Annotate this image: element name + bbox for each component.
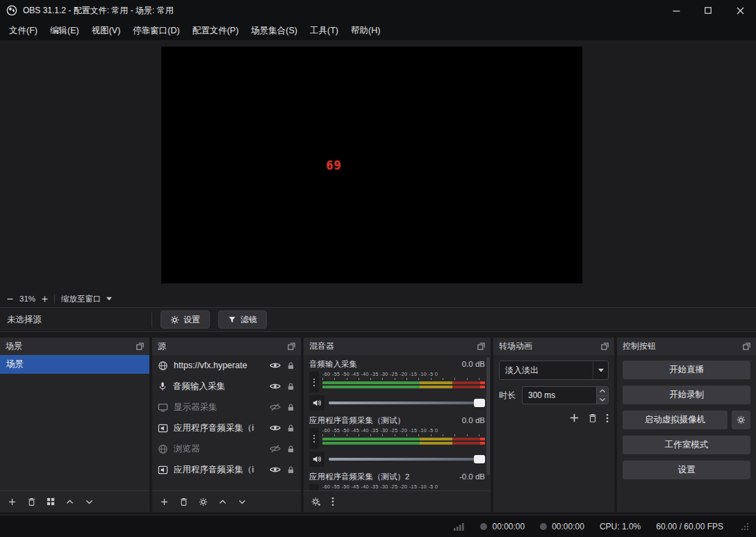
volume-slider[interactable] xyxy=(329,395,485,411)
move-scene-up-button[interactable] xyxy=(65,497,74,506)
source-row[interactable]: 应用程序音频采集（i xyxy=(152,418,301,438)
menu-edit[interactable]: 编辑(E) xyxy=(44,22,85,40)
sources-dock-header[interactable]: 源 xyxy=(152,338,301,355)
grid-mode-icon[interactable] xyxy=(47,497,55,506)
scene-item[interactable]: 场景 xyxy=(0,355,149,374)
lock-icon[interactable] xyxy=(286,382,295,391)
duration-spinbox[interactable]: 300 ms xyxy=(522,386,609,404)
move-scene-down-button[interactable] xyxy=(85,497,94,506)
visibility-eye-icon[interactable] xyxy=(270,464,281,475)
source-row[interactable]: https://vfx.hyperate xyxy=(152,355,301,376)
volume-slider-handle[interactable] xyxy=(474,399,485,407)
titlebar: OBS 31.1.2 - 配置文件: 常用 - 场景: 常用 xyxy=(0,0,756,21)
mixer-dock-header[interactable]: 混音器 xyxy=(304,338,491,355)
transition-select[interactable]: 淡入淡出 xyxy=(499,361,609,380)
meter-bar-right xyxy=(322,442,485,445)
volume-slider-handle[interactable] xyxy=(474,455,485,463)
minimize-button[interactable] xyxy=(660,0,692,21)
meter-scale: -60 -55 -50 -45 -40 -35 -30 -25 -20 -15 … xyxy=(322,428,485,433)
channel-db-value: -0.0 dB xyxy=(454,472,485,481)
controls-dock-header[interactable]: 控制按钮 xyxy=(617,338,756,355)
remove-transition-button[interactable] xyxy=(588,413,598,423)
duration-decrease-button[interactable] xyxy=(597,396,608,404)
program-canvas[interactable]: 69 xyxy=(161,47,582,283)
meter-scale: -60 -55 -50 -45 -40 -35 -30 -25 -20 -15 … xyxy=(322,484,485,490)
remove-source-button[interactable] xyxy=(179,497,188,506)
studio-mode-button[interactable]: 工作室模式 xyxy=(623,436,750,454)
volume-meter: -60 -55 -50 -45 -40 -35 -30 -25 -20 -15 … xyxy=(322,484,485,490)
lock-icon[interactable] xyxy=(286,445,295,454)
popout-icon[interactable] xyxy=(477,342,485,350)
source-settings-button[interactable]: 设置 xyxy=(161,311,210,329)
settings-button[interactable]: 设置 xyxy=(623,461,750,479)
start-streaming-button[interactable]: 开始直播 xyxy=(623,361,750,379)
source-properties-gear-icon[interactable] xyxy=(199,497,208,506)
visibility-eye-icon[interactable] xyxy=(270,360,281,371)
menu-tools[interactable]: 工具(T) xyxy=(304,22,345,40)
start-recording-button[interactable]: 开始录制 xyxy=(623,386,750,404)
menu-profile[interactable]: 配置文件(P) xyxy=(186,22,245,40)
virtual-camera-config-gear-icon[interactable] xyxy=(732,411,750,429)
menu-scene-collection[interactable]: 场景集合(S) xyxy=(245,22,304,40)
add-scene-button[interactable] xyxy=(8,497,17,506)
popout-icon[interactable] xyxy=(743,342,750,350)
add-source-button[interactable] xyxy=(160,497,169,506)
fps-indicator: 60.00 / 60.00 FPS xyxy=(656,522,723,531)
record-timer: 00:00:00 xyxy=(540,522,584,531)
mixer-menu-dots-icon[interactable] xyxy=(331,497,334,506)
fit-to-window-dropdown[interactable]: 缩放至窗口 xyxy=(61,294,112,304)
mixer-channels: 音频输入采集 0.0 dB -60 -55 -50 -45 -40 -35 -3… xyxy=(304,355,491,490)
source-row[interactable]: 浏览器 xyxy=(152,438,301,459)
remove-scene-button[interactable] xyxy=(27,497,36,506)
filters-button[interactable]: 滤镜 xyxy=(218,311,267,329)
transition-menu-dots-icon[interactable] xyxy=(606,413,609,423)
duration-increase-button[interactable] xyxy=(597,387,608,396)
preview-area[interactable]: 69 xyxy=(0,40,756,290)
popout-icon[interactable] xyxy=(601,342,609,350)
add-transition-button[interactable] xyxy=(569,413,580,423)
chevron-down-icon xyxy=(593,361,608,379)
transitions-dock: 转场动画 淡入淡出 时长 300 ms xyxy=(493,338,614,512)
maximize-button[interactable] xyxy=(692,0,724,21)
source-row[interactable]: 应用程序音频采集（i xyxy=(152,459,301,480)
menu-help[interactable]: 帮助(H) xyxy=(345,22,386,40)
scene-item-label: 场景 xyxy=(6,358,24,370)
mixer-scrollbar[interactable] xyxy=(486,357,490,475)
menu-file[interactable]: 文件(F) xyxy=(3,22,44,40)
source-settings-label: 设置 xyxy=(183,314,200,326)
lock-icon[interactable] xyxy=(286,361,295,370)
visibility-eye-icon[interactable] xyxy=(270,422,281,433)
volume-slider[interactable] xyxy=(329,452,485,467)
source-row[interactable]: 显示器采集 xyxy=(152,397,301,418)
transitions-dock-header[interactable]: 转场动画 xyxy=(493,338,614,355)
mute-speaker-icon[interactable] xyxy=(309,452,324,467)
lock-icon[interactable] xyxy=(286,424,295,433)
visibility-eye-icon[interactable] xyxy=(270,381,281,392)
move-source-down-button[interactable] xyxy=(238,497,247,506)
menu-view[interactable]: 视图(V) xyxy=(85,22,127,40)
popout-icon[interactable] xyxy=(136,342,144,350)
menu-docks[interactable]: 停靠窗口(D) xyxy=(126,22,186,40)
lock-icon[interactable] xyxy=(286,465,295,474)
mixer-channel: 应用程序音频采集（测试）2 -0.0 dB -60 -55 -50 -45 -4… xyxy=(309,472,485,490)
start-virtual-camera-button[interactable]: 启动虚拟摄像机 xyxy=(623,411,728,429)
popout-icon[interactable] xyxy=(288,342,295,350)
channel-menu-dots-icon[interactable] xyxy=(309,428,319,449)
source-row[interactable]: 音频输入采集 xyxy=(152,376,301,397)
channel-menu-dots-icon[interactable] xyxy=(309,372,319,393)
channel-menu-dots-icon[interactable] xyxy=(309,484,319,490)
scenes-dock-header[interactable]: 场景 xyxy=(0,338,149,355)
channel-db-value: 0.0 dB xyxy=(457,416,485,424)
zoom-out-button[interactable] xyxy=(7,296,13,302)
visibility-eye-slash-icon[interactable] xyxy=(270,443,281,454)
move-source-up-button[interactable] xyxy=(218,497,227,506)
advanced-audio-gear-icon[interactable] xyxy=(311,497,321,506)
lock-icon[interactable] xyxy=(286,403,295,412)
volume-meter: -60 -55 -50 -45 -40 -35 -30 -25 -20 -15 … xyxy=(322,428,485,449)
close-button[interactable] xyxy=(724,0,756,21)
resize-grip[interactable] xyxy=(740,522,749,531)
controls-dock: 控制按钮 开始直播 开始录制 启动虚拟摄像机 工作室模式 设置 xyxy=(617,338,756,512)
zoom-in-button[interactable] xyxy=(42,296,48,302)
mute-speaker-icon[interactable] xyxy=(309,395,324,411)
visibility-eye-slash-icon[interactable] xyxy=(270,402,281,413)
